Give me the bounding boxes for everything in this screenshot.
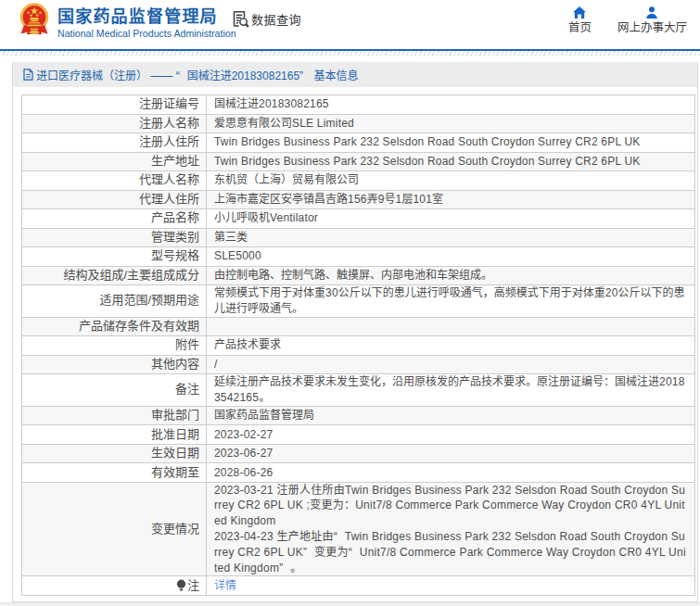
row-label: 适用范围/预期用途 bbox=[22, 285, 207, 318]
row-value: 上海市嘉定区安亭镇昌吉路156弄9号1层101室 bbox=[207, 190, 695, 209]
row-label: 生效日期 bbox=[22, 444, 207, 463]
site-subtitle: National Medical Products Administration bbox=[57, 28, 236, 40]
online-hall-link[interactable]: 网上办事大厅 bbox=[617, 6, 687, 34]
row-value bbox=[207, 317, 695, 336]
row-label: 代理人住所 bbox=[22, 190, 207, 209]
footer-strip bbox=[0, 602, 700, 606]
detail-link[interactable]: 详情 bbox=[214, 579, 236, 592]
row-value: Twin Bridges Business Park 232 Selsdon R… bbox=[207, 152, 695, 171]
table-row: 生产地址Twin Bridges Business Park 232 Selsd… bbox=[22, 152, 695, 171]
brand-text: 国家药品监督管理局 National Medical Products Admi… bbox=[57, 6, 236, 40]
data-query-label: 数据查询 bbox=[251, 10, 301, 28]
row-value: 爱思意有限公司SLE Limited bbox=[207, 114, 695, 133]
row-value: 2023-03-21 注册人住所由Twin Bridges Business P… bbox=[207, 482, 695, 576]
table-row: 有效期至2028-06-26 bbox=[22, 463, 695, 483]
row-value: 国械注进20183082165 bbox=[207, 95, 695, 115]
row-value: 常频模式下用于对体重30公斤以下的患儿进行呼吸通气，高频模式下用于对体重20公斤… bbox=[207, 285, 695, 318]
data-query-tab[interactable]: 数据查询 bbox=[232, 10, 301, 28]
row-value: 小儿呼吸机Ventilator bbox=[207, 209, 695, 229]
row-label: 结构及组成/主要组成成分 bbox=[22, 266, 207, 285]
note-row: 注详情 bbox=[22, 576, 695, 596]
row-value: 2023-06-27 bbox=[207, 444, 695, 463]
row-value: 东机贸（上海）贸易有限公司 bbox=[207, 171, 695, 191]
change-record-line: 2023-04-23 生产地址由“Twin Bridges Business P… bbox=[214, 529, 689, 575]
cjk-quote: ” bbox=[279, 561, 290, 576]
row-label: 生产地址 bbox=[22, 152, 207, 171]
table-row: 适用范围/预期用途常频模式下用于对体重30公斤以下的患儿进行呼吸通气，高频模式下… bbox=[22, 285, 695, 318]
row-value: 国家药品监督管理局 bbox=[207, 406, 695, 425]
row-label: 型号规格 bbox=[22, 247, 207, 267]
cjk-quote: ” bbox=[299, 69, 311, 82]
table-row: 附件产品技术要求 bbox=[22, 336, 695, 356]
document-search-icon bbox=[232, 10, 249, 28]
site-title: 国家药品监督管理局 bbox=[57, 6, 236, 27]
hatch-divider bbox=[0, 51, 700, 56]
site-header: 国家药品监督管理局 National Medical Products Admi… bbox=[0, 0, 700, 51]
row-label: 变更情况 bbox=[22, 482, 207, 576]
row-value: 产品技术要求 bbox=[207, 336, 695, 356]
table-row: 变更情况2023-03-21 注册人住所由Twin Bridges Busine… bbox=[22, 482, 695, 576]
row-label: 管理类别 bbox=[22, 228, 207, 247]
content-panel: 进口医疗器械（注册） —— “国械注进20183082165” 基本信息 注册证… bbox=[12, 62, 698, 602]
document-icon bbox=[23, 69, 33, 81]
home-icon bbox=[573, 6, 586, 19]
row-value: 延续注册产品技术要求未发生变化，沿用原核发的产品技术要求。原注册证编号：国械注进… bbox=[207, 374, 695, 407]
row-value: / bbox=[207, 355, 695, 374]
note-label: 注 bbox=[22, 576, 207, 596]
national-emblem-icon bbox=[19, 3, 49, 36]
row-label: 批准日期 bbox=[22, 425, 207, 445]
table-row: 代理人住所上海市嘉定区安亭镇昌吉路156弄9号1层101室 bbox=[22, 190, 695, 209]
row-value: 第三类 bbox=[207, 228, 695, 247]
table-row: 注册证编号国械注进20183082165 bbox=[22, 95, 695, 115]
cjk-quote: “ bbox=[176, 69, 187, 82]
table-row: 注册人住所Twin Bridges Business Park 232 Sels… bbox=[22, 133, 695, 153]
row-value: Twin Bridges Business Park 232 Selsdon R… bbox=[207, 133, 695, 153]
bulb-icon bbox=[176, 579, 186, 592]
note-label-text: 注 bbox=[187, 578, 199, 594]
row-label: 注册证编号 bbox=[22, 95, 207, 115]
row-label: 产品名称 bbox=[22, 209, 207, 229]
table-row: 批准日期2023-02-27 bbox=[22, 425, 695, 445]
row-label: 注册人住所 bbox=[22, 133, 207, 153]
breadcrumb-text: 进口医疗器械（注册） —— “国械注进20183082165” 基本信息 bbox=[36, 67, 358, 82]
online-hall-label: 网上办事大厅 bbox=[617, 21, 687, 34]
row-value: 2028-06-26 bbox=[207, 463, 695, 483]
table-row: 产品名称小儿呼吸机Ventilator bbox=[22, 209, 695, 229]
site-logo[interactable]: 国家药品监督管理局 National Medical Products Admi… bbox=[19, 3, 236, 40]
row-label: 审批部门 bbox=[22, 406, 207, 425]
table-row: 结构及组成/主要组成成分由控制电路、控制气路、触摸屏、内部电池和车架组成。 bbox=[22, 266, 695, 285]
table-row: 代理人名称东机贸（上海）贸易有限公司 bbox=[22, 171, 695, 191]
row-label: 备注 bbox=[22, 374, 207, 407]
cjk-quote: ” bbox=[303, 545, 314, 561]
row-label: 其他内容 bbox=[22, 355, 207, 374]
change-record-line: 2023-03-21 注册人住所由Twin Bridges Business P… bbox=[214, 483, 689, 529]
top-links: 首页 网上办事大厅 bbox=[568, 6, 687, 34]
row-label: 注册人名称 bbox=[22, 114, 207, 133]
table-row: 审批部门国家药品监督管理局 bbox=[22, 406, 695, 425]
row-value: 2023-02-27 bbox=[207, 425, 695, 445]
row-label: 产品储存条件及有效期 bbox=[22, 317, 207, 336]
cjk-quote: “ bbox=[349, 545, 360, 561]
table-row: 型号规格SLE5000 bbox=[22, 247, 695, 267]
table-row: 备注延续注册产品技术要求未发生变化，沿用原核发的产品技术要求。原注册证编号：国械… bbox=[22, 374, 695, 407]
row-label: 代理人名称 bbox=[22, 171, 207, 191]
breadcrumb: 进口医疗器械（注册） —— “国械注进20183082165” 基本信息 bbox=[13, 62, 697, 87]
home-label: 首页 bbox=[568, 21, 592, 34]
row-label: 附件 bbox=[22, 336, 207, 356]
user-icon bbox=[645, 6, 658, 19]
row-value: 由控制电路、控制气路、触摸屏、内部电池和车架组成。 bbox=[207, 266, 695, 285]
note-value: 详情 bbox=[207, 576, 695, 596]
table-row: 生效日期2023-06-27 bbox=[22, 444, 695, 463]
row-value: SLE5000 bbox=[207, 247, 695, 267]
home-link[interactable]: 首页 bbox=[568, 6, 592, 34]
table-row: 其他内容/ bbox=[22, 355, 695, 374]
panel-body: 注册证编号国械注进20183082165注册人名称爱思意有限公司SLE Limi… bbox=[13, 87, 697, 601]
table-row: 产品储存条件及有效期 bbox=[22, 317, 695, 336]
cjk-quote: “ bbox=[334, 529, 345, 545]
table-row: 注册人名称爱思意有限公司SLE Limited bbox=[22, 114, 695, 133]
table-row: 管理类别第三类 bbox=[22, 228, 695, 247]
row-label: 有效期至 bbox=[22, 463, 207, 483]
detail-table: 注册证编号国械注进20183082165注册人名称爱思意有限公司SLE Limi… bbox=[21, 95, 695, 596]
page: 国家药品监督管理局 National Medical Products Admi… bbox=[0, 0, 700, 606]
